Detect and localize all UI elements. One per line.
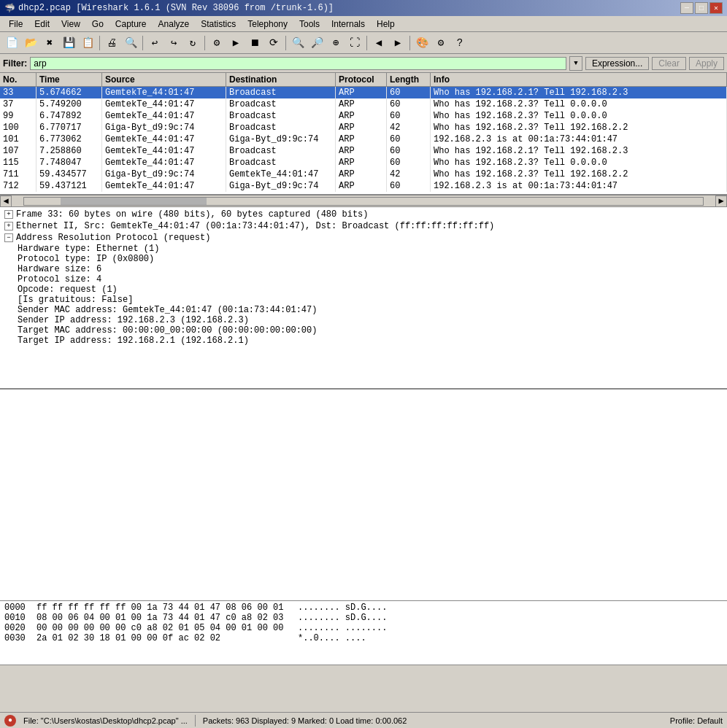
packet-row-37[interactable]: 375.749200GemtekTe_44:01:47BroadcastARP6… xyxy=(0,98,727,110)
maximize-button[interactable]: □ xyxy=(695,2,708,14)
zoom-out-button[interactable]: 🔎 xyxy=(308,34,326,52)
start-capture-button[interactable]: ▶ xyxy=(227,34,245,52)
new-button[interactable]: 📄 xyxy=(3,34,20,52)
packet-row-107[interactable]: 1077.258860GemtekTe_44:01:47BroadcastARP… xyxy=(0,145,727,157)
proto-val: ARP xyxy=(336,157,387,169)
filter-input[interactable] xyxy=(30,57,566,70)
packet-row-99[interactable]: 996.747892GemtekTe_44:01:47BroadcastARP6… xyxy=(0,110,727,122)
zoom-in-button[interactable]: 🔍 xyxy=(289,34,307,52)
reload-button[interactable]: ↻ xyxy=(184,34,201,52)
toolbar-sep-5 xyxy=(366,36,367,50)
menu-capture[interactable]: Capture xyxy=(109,18,153,31)
proto-val: ARP xyxy=(336,98,387,110)
open-button[interactable]: 📂 xyxy=(22,34,39,52)
menu-help[interactable]: Help xyxy=(371,18,401,31)
capture-options-button[interactable]: ⚙ xyxy=(208,34,226,52)
filter-dropdown[interactable]: ▼ xyxy=(569,56,582,71)
header-time: Time xyxy=(36,73,102,86)
detail-opcode: Opcode: request (1) xyxy=(0,284,727,295)
title-bar-left: 🦈 dhcp2.pcap [Wireshark 1.6.1 (SVN Rev 3… xyxy=(4,3,334,14)
detail-target-ip: Target IP address: 192.168.2.1 (192.168.… xyxy=(0,336,727,346)
status-icon: ● xyxy=(4,715,16,727)
detail-arp-label: Address Resolution Protocol (request) xyxy=(16,233,210,243)
packet-rows: 335.674662GemtekTe_44:01:47BroadcastARP6… xyxy=(0,87,727,192)
packet-row-712[interactable]: 71259.437121GemtekTe_44:01:47Giga-Byt_d9… xyxy=(0,180,727,192)
packet-row-711[interactable]: 71159.434577Giga-Byt_d9:9c:74GemtekTe_44… xyxy=(0,169,727,180)
menu-view[interactable]: View xyxy=(55,18,86,31)
close-button[interactable]: ✕ xyxy=(709,2,723,14)
hex-row-0030: 0030 2a 01 02 30 18 01 00 00 0f ac 02 02… xyxy=(4,633,723,643)
packet-row-115[interactable]: 1157.748047GemtekTe_44:01:47BroadcastARP… xyxy=(0,157,727,169)
packet-row-100[interactable]: 1006.770717Giga-Byt_d9:9c:74BroadcastARP… xyxy=(0,122,727,133)
status-divider-1 xyxy=(195,715,196,727)
hex-row-0010: 0010 08 00 06 04 00 01 00 1a 73 44 01 47… xyxy=(4,613,723,623)
help-button[interactable]: ? xyxy=(451,34,469,52)
stop-capture-button[interactable]: ⏹ xyxy=(246,34,264,52)
apply-button[interactable]: Apply xyxy=(689,57,724,70)
scrollbar-thumb[interactable] xyxy=(61,198,207,205)
header-no: No. xyxy=(0,73,36,86)
proto-val: ARP xyxy=(336,133,387,145)
colorize-button[interactable]: 🎨 xyxy=(413,34,431,52)
menu-edit[interactable]: Edit xyxy=(28,18,55,31)
save-button[interactable]: 💾 xyxy=(60,34,77,52)
minimize-button[interactable]: ─ xyxy=(680,2,693,14)
header-source: Source xyxy=(102,73,226,86)
scroll-left-btn[interactable]: ◀ xyxy=(0,195,12,207)
proto-val: ARP xyxy=(336,145,387,157)
header-info: Info xyxy=(431,73,727,86)
packet-row-101[interactable]: 1016.773062GemtekTe_44:01:47Giga-Byt_d9:… xyxy=(0,133,727,145)
status-bar: ● File: "C:\Users\kostas\Desktop\dhcp2.p… xyxy=(0,712,727,728)
expand-arp-icon[interactable]: − xyxy=(4,233,13,242)
restart-capture-button[interactable]: ⟳ xyxy=(265,34,282,52)
menu-bar: File Edit View Go Capture Analyze Statis… xyxy=(0,16,727,32)
status-packets: Packets: 963 Displayed: 9 Marked: 0 Load… xyxy=(203,716,407,725)
zoom-reset-button[interactable]: ⊕ xyxy=(327,34,345,52)
detail-gratuitous: [Is gratuitous: False] xyxy=(0,295,727,305)
menu-file[interactable]: File xyxy=(3,18,28,31)
toolbar-sep-3 xyxy=(204,36,205,50)
horizontal-scrollbar[interactable]: ◀ ▶ xyxy=(0,195,727,207)
menu-analyze[interactable]: Analyze xyxy=(153,18,196,31)
packet-row-33[interactable]: 335.674662GemtekTe_44:01:47BroadcastARP6… xyxy=(0,87,727,98)
menu-telephony[interactable]: Telephony xyxy=(242,18,293,31)
expand-frame-icon[interactable]: + xyxy=(4,210,13,219)
app-icon: 🦈 xyxy=(4,3,15,14)
scroll-right-btn[interactable]: ▶ xyxy=(715,195,727,207)
proto-val: ARP xyxy=(336,180,387,192)
status-profile: Profile: Default xyxy=(670,716,723,725)
proto-val: ARP xyxy=(336,122,387,133)
print-button[interactable]: 🖨 xyxy=(103,34,120,52)
menu-go[interactable]: Go xyxy=(86,18,109,31)
detail-sender-ip: Sender IP address: 192.168.2.3 (192.168.… xyxy=(0,315,727,325)
menu-statistics[interactable]: Statistics xyxy=(195,18,242,31)
window-controls: ─ □ ✕ xyxy=(680,2,723,14)
detail-frame-section[interactable]: + Frame 33: 60 bytes on wire (480 bits),… xyxy=(0,209,727,220)
packet-list-header: No. Time Source Destination Protocol Len… xyxy=(0,73,727,87)
expression-button[interactable]: Expression... xyxy=(585,57,649,70)
menu-tools[interactable]: Tools xyxy=(293,18,326,31)
toolbar-sep-1 xyxy=(99,36,100,50)
detail-hw-size: Hardware size: 6 xyxy=(0,264,727,274)
clear-button[interactable]: Clear xyxy=(652,57,686,70)
undo-button[interactable]: ↩ xyxy=(146,34,164,52)
detail-proto-size: Protocol size: 4 xyxy=(0,274,727,284)
header-length: Length xyxy=(387,73,431,86)
filter-buttons: Expression... Clear Apply xyxy=(585,57,724,70)
scrollbar-track[interactable] xyxy=(23,197,704,206)
expand-ethernet-icon[interactable]: + xyxy=(4,222,13,231)
detail-ethernet-section[interactable]: + Ethernet II, Src: GemtekTe_44:01:47 (0… xyxy=(0,220,727,232)
prefs-button[interactable]: ⚙ xyxy=(432,34,450,52)
back-button[interactable]: ◀ xyxy=(370,34,388,52)
menu-internals[interactable]: Internals xyxy=(326,18,371,31)
find-button[interactable]: 🔍 xyxy=(122,34,139,52)
status-file: File: "C:\Users\kostas\Desktop\dhcp2.pca… xyxy=(23,716,188,725)
forward-button[interactable]: ▶ xyxy=(389,34,407,52)
full-screen-button[interactable]: ⛶ xyxy=(346,34,364,52)
redo-button[interactable]: ↪ xyxy=(165,34,182,52)
detail-panel: + Frame 33: 60 bytes on wire (480 bits),… xyxy=(0,207,727,390)
save-as-button[interactable]: 📋 xyxy=(79,34,96,52)
detail-arp-section[interactable]: − Address Resolution Protocol (request) xyxy=(0,232,727,244)
close-file-button[interactable]: ✖ xyxy=(41,34,58,52)
header-protocol: Protocol xyxy=(336,73,387,86)
